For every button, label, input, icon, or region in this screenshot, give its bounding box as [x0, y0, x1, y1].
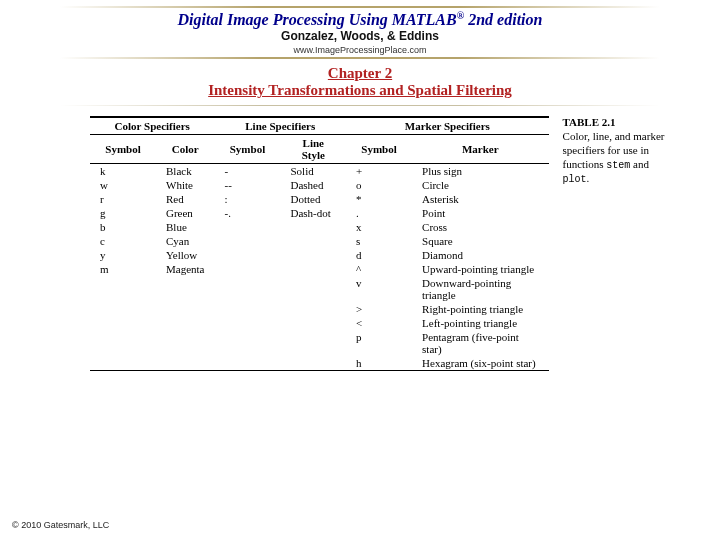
table-cell [156, 316, 214, 330]
table-cell [90, 316, 156, 330]
table-cell: -. [214, 206, 280, 220]
group-header: Color Specifiers [90, 118, 214, 135]
table-cell: Point [412, 206, 548, 220]
caption-fn: stem [606, 160, 630, 171]
table-cell: x [346, 220, 412, 234]
table-cell [214, 248, 280, 262]
specifiers-table: Color Specifiers Line Specifiers Marker … [90, 118, 549, 370]
table-cell [214, 316, 280, 330]
table-cell: Dotted [280, 192, 346, 206]
table-cell: Blue [156, 220, 214, 234]
table-cell: Solid [280, 164, 346, 179]
header-divider-top [60, 6, 660, 8]
table-cell: Right-pointing triangle [412, 302, 548, 316]
header-divider-bottom [60, 57, 660, 59]
chapter-number: Chapter 2 [0, 65, 720, 82]
table-cell [156, 276, 214, 302]
table-cell: y [90, 248, 156, 262]
table-cell: c [90, 234, 156, 248]
table-cell: m [90, 262, 156, 276]
caption-fn: plot [563, 174, 587, 185]
copyright: © 2010 Gatesmark, LLC [12, 520, 109, 530]
table-cell [156, 330, 214, 356]
table-cell: p [346, 330, 412, 356]
specifiers-table-wrap: Color Specifiers Line Specifiers Marker … [90, 116, 549, 371]
table-cell: Dashed [280, 178, 346, 192]
table-cell [90, 330, 156, 356]
table-cell: -- [214, 178, 280, 192]
col-header: Line Style [280, 135, 346, 164]
col-header: Symbol [214, 135, 280, 164]
table-row: >Right-pointing triangle [90, 302, 549, 316]
table-row: pPentagram (five-point star) [90, 330, 549, 356]
title-pre: Digital Image Processing Using MATLAB [178, 11, 457, 28]
col-header: Marker [412, 135, 548, 164]
table-cell [90, 302, 156, 316]
table-cell [280, 276, 346, 302]
table-caption: TABLE 2.1 Color, line, and marker specif… [563, 116, 670, 186]
table-row: gGreen-.Dash-dot.Point [90, 206, 549, 220]
website-url: www.ImageProcessingPlace.com [0, 45, 720, 55]
table-cell [156, 302, 214, 316]
table-cell: s [346, 234, 412, 248]
caption-text: and [630, 158, 649, 170]
table-cell: Magenta [156, 262, 214, 276]
table-cell: . [346, 206, 412, 220]
table-cell [214, 356, 280, 370]
table-cell [280, 220, 346, 234]
table-cell: Upward-pointing triangle [412, 262, 548, 276]
table-cell: + [346, 164, 412, 179]
table-cell [280, 356, 346, 370]
table-cell [214, 262, 280, 276]
table-cell [280, 302, 346, 316]
chapter-title: Intensity Transformations and Spatial Fi… [0, 82, 720, 99]
table-cell: o [346, 178, 412, 192]
table-cell: Plus sign [412, 164, 548, 179]
table-cell [214, 302, 280, 316]
table-row: yYellowdDiamond [90, 248, 549, 262]
table-cell [214, 220, 280, 234]
chapter-divider [60, 105, 660, 106]
table-cell [280, 262, 346, 276]
table-cell: Downward-pointing triangle [412, 276, 548, 302]
table-row: rRed:Dotted*Asterisk [90, 192, 549, 206]
col-header: Symbol [346, 135, 412, 164]
table-cell: w [90, 178, 156, 192]
table-cell: g [90, 206, 156, 220]
table-row: cCyansSquare [90, 234, 549, 248]
title-post: 2nd edition [464, 11, 542, 28]
table-row: mMagenta^Upward-pointing triangle [90, 262, 549, 276]
table-cell: Cross [412, 220, 548, 234]
table-cell [214, 234, 280, 248]
table-sub-row: Symbol Color Symbol Line Style Symbol Ma… [90, 135, 549, 164]
table-cell [280, 316, 346, 330]
table-row: hHexagram (six-point star) [90, 356, 549, 370]
table-row: vDownward-pointing triangle [90, 276, 549, 302]
table-cell: White [156, 178, 214, 192]
table-cell: Cyan [156, 234, 214, 248]
table-cell [90, 356, 156, 370]
table-cell [214, 276, 280, 302]
table-cell: b [90, 220, 156, 234]
table-group-row: Color Specifiers Line Specifiers Marker … [90, 118, 549, 135]
table-cell [280, 234, 346, 248]
table-cell: Black [156, 164, 214, 179]
table-cell: Circle [412, 178, 548, 192]
caption-text: . [587, 172, 590, 184]
table-cell: Yellow [156, 248, 214, 262]
table-cell: r [90, 192, 156, 206]
table-cell: d [346, 248, 412, 262]
table-cell: : [214, 192, 280, 206]
caption-label: TABLE 2.1 [563, 116, 616, 128]
table-cell: Dash-dot [280, 206, 346, 220]
table-row: kBlack-Solid+Plus sign [90, 164, 549, 179]
table-cell: h [346, 356, 412, 370]
table-cell [156, 356, 214, 370]
col-header: Symbol [90, 135, 156, 164]
group-header: Marker Specifiers [346, 118, 548, 135]
table-row: wWhite--DashedoCircle [90, 178, 549, 192]
book-title: Digital Image Processing Using MATLAB® 2… [0, 10, 720, 29]
authors: Gonzalez, Woods, & Eddins [0, 29, 720, 43]
table-cell: Pentagram (five-point star) [412, 330, 548, 356]
table-cell [214, 330, 280, 356]
